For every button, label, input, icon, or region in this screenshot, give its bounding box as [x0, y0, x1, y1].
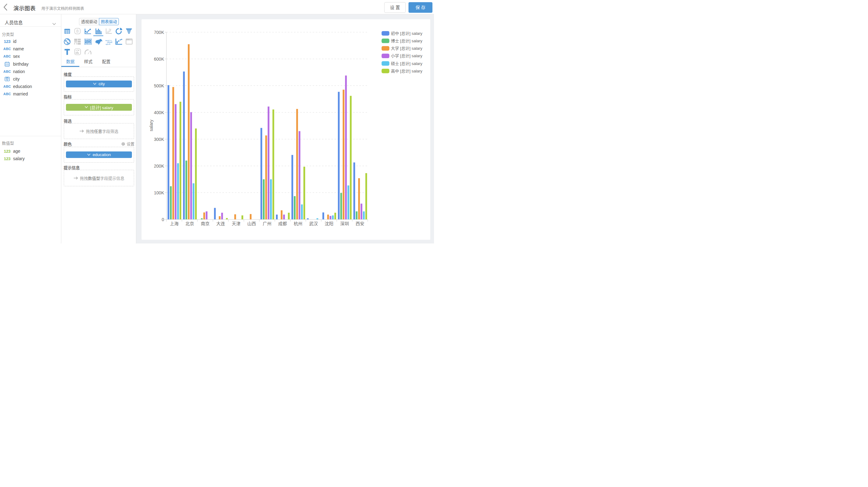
svg-text:北京: 北京 — [185, 221, 194, 226]
svg-text:salary: salary — [149, 120, 154, 131]
svg-text:小学 [总计] salary: 小学 [总计] salary — [391, 54, 423, 58]
svg-text:天津: 天津 — [232, 221, 241, 226]
svg-text:深圳: 深圳 — [340, 221, 349, 226]
svg-text:700K: 700K — [154, 30, 164, 35]
svg-text:cloud: cloud — [107, 41, 112, 43]
svg-text:博士 [总计] salary: 博士 [总计] salary — [391, 38, 423, 43]
svg-text:山西: 山西 — [247, 221, 256, 226]
svg-text:大学 [总计] salary: 大学 [总计] salary — [391, 46, 423, 51]
svg-text:成都: 成都 — [278, 221, 287, 226]
svg-text:8: 8 — [76, 29, 79, 34]
svg-text:100K: 100K — [154, 190, 164, 195]
svg-text:agile Bi: agile Bi — [106, 43, 111, 45]
svg-text:上海: 上海 — [170, 221, 179, 226]
svg-text:tag: tag — [110, 39, 112, 41]
svg-text:广州: 广州 — [263, 221, 272, 226]
svg-text:200K: 200K — [154, 164, 164, 168]
svg-text:南京: 南京 — [201, 221, 209, 226]
svg-text:0: 0 — [162, 217, 164, 222]
svg-text:400K: 400K — [154, 110, 164, 115]
svg-text:西安: 西安 — [355, 221, 364, 226]
svg-text:500K: 500K — [154, 83, 164, 88]
svg-text:杭州: 杭州 — [294, 221, 302, 226]
svg-text:沈阳: 沈阳 — [325, 221, 334, 226]
svg-text:武汉: 武汉 — [309, 221, 318, 226]
svg-text:初中 [总计] salary: 初中 [总计] salary — [391, 31, 423, 36]
svg-text:高中 [总计] salary: 高中 [总计] salary — [391, 69, 423, 73]
svg-text:300K: 300K — [154, 137, 164, 142]
svg-text:硕士 [总计] salary: 硕士 [总计] salary — [391, 61, 423, 66]
svg-text:600K: 600K — [154, 57, 164, 62]
svg-text:大连: 大连 — [216, 221, 225, 226]
